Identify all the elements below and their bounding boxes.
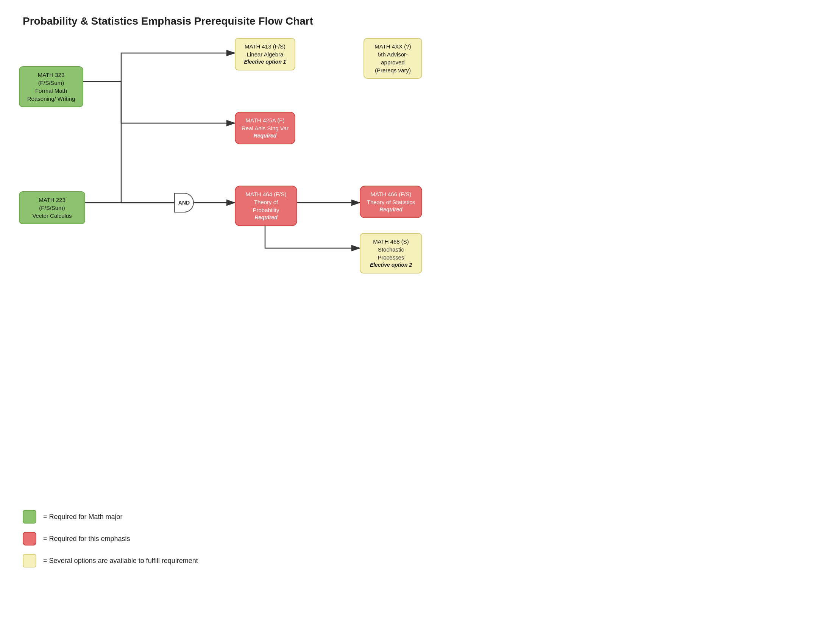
legend-item-green: = Required for Math major — [23, 510, 198, 523]
node-math4xx-line1: MATH 4XX (?) — [370, 42, 416, 50]
page-title: Probability & Statistics Emphasis Prereq… — [23, 15, 313, 27]
node-math425-line1: MATH 425A (F) — [241, 116, 289, 124]
legend-box-green — [23, 510, 36, 523]
node-math4xx: MATH 4XX (?) 5th Advisor-approved (Prere… — [363, 38, 422, 79]
legend: = Required for Math major = Required for… — [23, 510, 198, 576]
and-gate: AND — [174, 193, 194, 213]
node-math323: MATH 323 (F/S/Sum) Formal Math Reasoning… — [19, 66, 83, 107]
node-math468-line3: Elective option 2 — [366, 261, 416, 269]
legend-box-yellow — [23, 554, 36, 567]
node-math223: MATH 223 (F/S/Sum) Vector Calculus — [19, 191, 85, 224]
node-math425: MATH 425A (F) Real Anls Sing Var Require… — [235, 112, 295, 144]
node-math464-line1: MATH 464 (F/S) — [241, 190, 291, 198]
node-math468-line1: MATH 468 (S) — [366, 238, 416, 245]
node-math323-line3: Reasoning/ Writing — [25, 95, 77, 103]
node-math425-line2: Real Anls Sing Var — [241, 124, 289, 132]
node-math4xx-line3: (Prereqs vary) — [370, 66, 416, 74]
node-math466-line1: MATH 466 (F/S) — [366, 190, 416, 198]
node-math466: MATH 466 (F/S) Theory of Statistics Requ… — [360, 186, 422, 218]
node-math468: MATH 468 (S) Stochastic Processes Electi… — [360, 233, 422, 274]
node-math323-line2: Formal Math — [25, 87, 77, 95]
legend-item-red: = Required for this emphasis — [23, 532, 198, 546]
node-math466-line2: Theory of Statistics — [366, 198, 416, 206]
node-math223-line1: MATH 223 (F/S/Sum) — [25, 196, 79, 212]
node-math425-line3: Required — [241, 132, 289, 140]
legend-label-red: = Required for this emphasis — [43, 535, 130, 543]
node-math4xx-line2: 5th Advisor-approved — [370, 50, 416, 66]
node-math466-line3: Required — [366, 206, 416, 214]
node-math413-line1: MATH 413 (F/S) — [241, 42, 289, 50]
node-math323-line1: MATH 323 (F/S/Sum) — [25, 71, 77, 87]
legend-item-yellow: = Several options are available to fulfi… — [23, 554, 198, 567]
node-math413-line2: Linear Algebra — [241, 50, 289, 58]
node-math464-line2: Theory of Probability — [241, 198, 291, 214]
node-math223-line2: Vector Calculus — [25, 212, 79, 220]
legend-label-green: = Required for Math major — [43, 513, 123, 521]
node-math464: MATH 464 (F/S) Theory of Probability Req… — [235, 186, 297, 226]
node-math413-line3: Elective option 1 — [241, 58, 289, 66]
node-math468-line2: Stochastic Processes — [366, 245, 416, 261]
legend-label-yellow: = Several options are available to fulfi… — [43, 557, 198, 565]
node-math464-line3: Required — [241, 214, 291, 222]
legend-box-red — [23, 532, 36, 546]
node-math413: MATH 413 (F/S) Linear Algebra Elective o… — [235, 38, 295, 71]
